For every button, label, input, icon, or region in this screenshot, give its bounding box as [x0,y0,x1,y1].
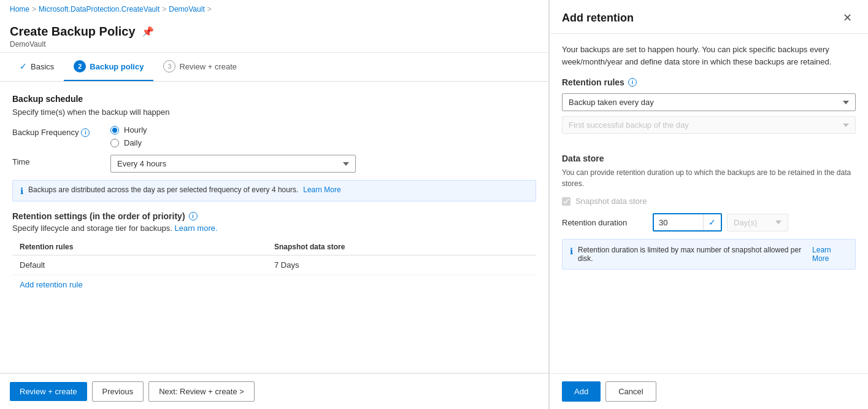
duration-input-wrapper: ✓ [653,213,722,232]
cancel-button[interactable]: Cancel [605,381,656,402]
page-footer: Review + create Previous Next: Review + … [0,373,548,409]
breadcrumb-demo-vault[interactable]: DemoVault [169,5,204,14]
page-subtitle: DemoVault [10,40,539,49]
table-header: Retention rules Snapshot data store [12,239,536,255]
col-retention-rules: Retention rules [20,243,274,251]
row-snapshot: 7 Days [274,260,529,270]
radio-hourly[interactable]: Hourly [110,125,536,134]
warning-learn-more-link[interactable]: Learn More [812,246,848,263]
previous-button[interactable]: Previous [92,381,144,402]
radio-daily-label: Daily [124,138,142,147]
backup-schedule-title: Backup schedule [12,94,536,104]
page-title: Create Backup Policy [10,25,136,39]
radio-daily[interactable]: Daily [110,138,536,147]
content-area: Backup schedule Specify time(s) when the… [0,82,548,373]
time-field-content: Every 4 hours [110,155,536,173]
tab-backup-policy-badge: 2 [74,60,86,72]
backup-frequency-row: Backup Frequency i Hourly Daily [12,125,536,147]
info-circle-icon: ℹ [20,186,23,196]
radio-hourly-label: Hourly [124,125,147,134]
breadcrumb-sep2: > [162,5,166,14]
panel-description: Your backups are set to happen hourly. Y… [562,44,856,68]
info-message: Backups are distributed across the day a… [28,185,298,194]
duration-label: Retention duration [562,218,648,227]
frequency-info-icon[interactable]: i [81,128,90,137]
tab-review-create[interactable]: 3 Review + create [153,53,247,81]
panel-retention-info-icon[interactable]: i [628,78,637,87]
tabs-bar: ✓ Basics 2 Backup policy 3 Review + crea… [0,53,548,82]
duration-row: Retention duration ✓ Day(s) [562,213,856,232]
warning-info-icon: ℹ [570,246,573,256]
tab-backup-policy[interactable]: 2 Backup policy [64,53,153,81]
tab-check-icon: ✓ [20,61,27,71]
duration-unit-select[interactable]: Day(s) [727,214,788,232]
col-snapshot: Snapshot data store [274,243,529,251]
warning-message: Retention duration is limited by max num… [578,246,805,263]
add-button[interactable]: Add [562,381,601,402]
add-retention-panel: Add retention ✕ Your backups are set to … [549,0,868,409]
panel-title: Add retention [562,12,634,25]
breadcrumb: Home > Microsoft.DataProtection.CreateVa… [0,0,548,18]
duration-input[interactable] [654,215,703,230]
retention-learn-link[interactable]: Learn more. [174,224,217,233]
review-create-button[interactable]: Review + create [10,382,87,401]
breadcrumb-home[interactable]: Home [10,5,29,14]
breadcrumb-create-vault[interactable]: Microsoft.DataProtection.CreateVault [39,5,159,14]
next-button[interactable]: Next: Review + create > [148,381,255,402]
retention-rule-dropdown2[interactable]: First successful backup of the day [562,116,856,134]
retention-subtitle: Specify lifecycle and storage tier for b… [12,224,536,233]
warning-box: ℹ Retention duration is limited by max n… [562,239,856,270]
frequency-options: Hourly Daily [110,125,536,147]
duration-check-icon[interactable]: ✓ [703,214,721,230]
data-store-description: You can provide retention duration up to… [562,167,856,189]
panel-footer: Add Cancel [550,373,868,409]
data-store-title: Data store [562,154,856,163]
retention-section-title: Retention settings (in the order of prio… [12,211,536,221]
add-retention-rule-link[interactable]: Add retention rule [12,275,90,294]
retention-rule-dropdown1[interactable]: Backup taken every day [562,93,856,111]
time-row: Time Every 4 hours [12,155,536,173]
panel-header: Add retention ✕ [550,0,868,34]
retention-info-icon[interactable]: i [189,212,198,220]
pin-icon[interactable]: 📌 [142,26,154,37]
snapshot-checkbox[interactable] [562,197,570,206]
tab-basics[interactable]: ✓ Basics [10,54,64,80]
backup-frequency-label: Backup Frequency i [12,125,110,137]
row-name: Default [20,260,274,270]
retention-table: Retention rules Snapshot data store Defa… [12,239,536,275]
tab-review-create-badge: 3 [163,60,175,72]
tab-review-create-label: Review + create [179,62,237,71]
table-row: Default 7 Days [12,255,536,275]
snapshot-checkbox-row: Snapshot data store [562,197,856,206]
data-store-section: Data store You can provide retention dur… [562,154,856,270]
tab-backup-policy-label: Backup policy [90,62,144,71]
tab-basics-label: Basics [31,62,54,71]
schedule-info-box: ℹ Backups are distributed across the day… [12,180,536,201]
radio-hourly-input[interactable] [110,126,119,134]
page-header: Create Backup Policy 📌 DemoVault [0,18,548,53]
retention-rules-title: Retention rules i [562,77,856,87]
breadcrumb-sep3: > [207,5,212,14]
time-dropdown[interactable]: Every 4 hours [110,155,356,173]
backup-schedule-subtitle: Specify time(s) when the backup will hap… [12,107,536,117]
radio-daily-input[interactable] [110,139,119,147]
snapshot-label: Snapshot data store [575,197,647,206]
panel-content: Your backups are set to happen hourly. Y… [550,34,868,373]
learn-more-link[interactable]: Learn More [303,185,340,194]
breadcrumb-sep1: > [32,5,36,14]
time-label: Time [12,155,110,166]
panel-close-button[interactable]: ✕ [839,10,856,26]
